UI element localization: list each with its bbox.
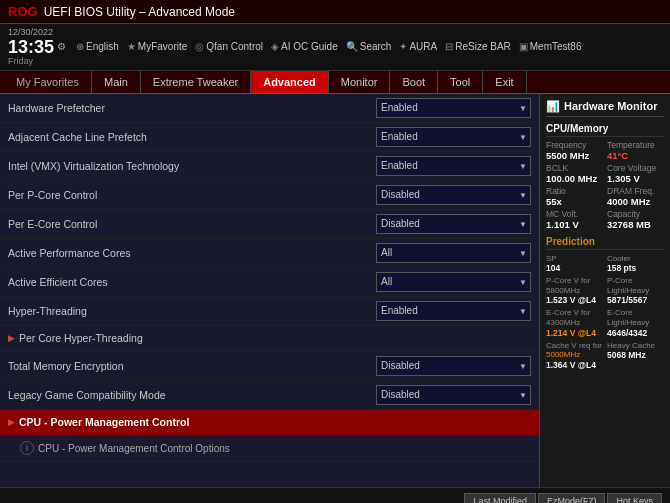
pred-pcore-v-label: P-Core V for 5800MHz <box>546 276 603 295</box>
setting-hardware-prefetcher[interactable]: Hardware Prefetcher EnabledDisabled <box>0 94 539 123</box>
setting-cpu-power-mgmt[interactable]: ▶ CPU - Power Management Control <box>0 410 539 436</box>
pred-cooler: Cooler 158 pts <box>607 254 664 274</box>
pred-cache-row: Cache V req for 5000MHz 1.364 V @L4 Heav… <box>546 341 664 370</box>
dropdown-total-mem-encrypt[interactable]: DisabledEnabled <box>376 356 531 376</box>
hw-ratio-label: Ratio <box>546 186 603 196</box>
prediction-section: Prediction SP 104 Cooler 158 pts P-Core … <box>546 236 664 370</box>
hot-keys-btn[interactable]: Hot Keys <box>607 493 662 503</box>
search-item[interactable]: 🔍 Search <box>346 41 392 52</box>
select-per-e-core[interactable]: DisabledEnabled <box>376 214 531 234</box>
aioc-label: AI OC Guide <box>281 41 338 52</box>
select-active-perf-cores[interactable]: All <box>376 243 531 263</box>
aura-item[interactable]: ✦ AURA <box>399 41 437 52</box>
pred-sp: SP 104 <box>546 254 603 274</box>
setting-legacy-game[interactable]: Legacy Game Compatibility Mode DisabledE… <box>0 381 539 410</box>
dropdown-active-eff-cores[interactable]: All <box>376 272 531 292</box>
dropdown-vmx[interactable]: EnabledDisabled <box>376 156 531 176</box>
language-label: English <box>86 41 119 52</box>
pred-sp-label: SP <box>546 254 603 264</box>
settings-icon[interactable]: ⚙ <box>57 41 66 53</box>
language-icon: ⊕ <box>76 41 84 52</box>
hw-monitor-icon: 📊 <box>546 100 560 113</box>
select-vmx[interactable]: EnabledDisabled <box>376 156 531 176</box>
select-per-p-core[interactable]: DisabledEnabled <box>376 185 531 205</box>
setting-cpu-power-mgmt-options[interactable]: i CPU - Power Management Control Options <box>0 436 539 462</box>
search-icon: 🔍 <box>346 41 358 52</box>
setting-active-perf-cores[interactable]: Active Performance Cores All <box>0 239 539 268</box>
pred-ecore-v-label: E-Core V for 4300MHz <box>546 308 603 327</box>
pred-cache-v-value: 1.364 V @L4 <box>546 360 603 370</box>
dropdown-per-p-core[interactable]: DisabledEnabled <box>376 185 531 205</box>
pred-sp-value: 104 <box>546 263 603 273</box>
memtest-item[interactable]: ▣ MemTest86 <box>519 41 582 52</box>
label-cpu-power-mgmt-options: CPU - Power Management Control Options <box>38 443 531 454</box>
hw-dram-freq: DRAM Freq. 4000 MHz <box>607 186 664 207</box>
hw-bclk-label: BCLK <box>546 163 603 173</box>
select-adjacent-cache[interactable]: EnabledDisabled <box>376 127 531 147</box>
hw-mc-volt: MC Volt. 1.101 V <box>546 209 603 230</box>
dropdown-legacy-game[interactable]: DisabledEnabled <box>376 385 531 405</box>
tab-monitor[interactable]: Monitor <box>329 71 391 93</box>
select-hyper-threading[interactable]: EnabledDisabled <box>376 301 531 321</box>
dropdown-hardware-prefetcher[interactable]: EnabledDisabled <box>376 98 531 118</box>
setting-total-mem-encrypt[interactable]: Total Memory Encryption DisabledEnabled <box>0 352 539 381</box>
last-modified-btn[interactable]: Last Modified <box>464 493 536 503</box>
hw-dram-freq-label: DRAM Freq. <box>607 186 664 196</box>
dropdown-hyper-threading[interactable]: EnabledDisabled <box>376 301 531 321</box>
setting-adjacent-cache[interactable]: Adjacent Cache Line Prefetch EnabledDisa… <box>0 123 539 152</box>
pred-heavy-cache-label: Heavy Cache <box>607 341 664 351</box>
aura-label: AURA <box>409 41 437 52</box>
tab-tool[interactable]: Tool <box>438 71 483 93</box>
setting-per-e-core[interactable]: Per E-Core Control DisabledEnabled <box>0 210 539 239</box>
setting-per-p-core[interactable]: Per P-Core Control DisabledEnabled <box>0 181 539 210</box>
qfan-label: Qfan Control <box>206 41 263 52</box>
pred-sp-cooler: SP 104 Cooler 158 pts <box>546 254 664 274</box>
hw-core-voltage: Core Voltage 1.305 V <box>607 163 664 184</box>
qfan-item[interactable]: ◎ Qfan Control <box>195 41 263 52</box>
hw-core-voltage-value: 1.305 V <box>607 173 664 184</box>
ai-icon: ◈ <box>271 41 279 52</box>
ez-mode-btn[interactable]: EzMode(F7) <box>538 493 606 503</box>
setting-per-core-ht[interactable]: ▶ Per Core Hyper-Threading <box>0 326 539 352</box>
content-area: Hardware Prefetcher EnabledDisabled Adja… <box>0 94 540 487</box>
setting-active-eff-cores[interactable]: Active Efficient Cores All <box>0 268 539 297</box>
hw-capacity-value: 32768 MB <box>607 219 664 230</box>
pred-pcore-lh: P-Core Light/Heavy 5871/5567 <box>607 276 664 305</box>
aura-icon: ✦ <box>399 41 407 52</box>
bios-title: UEFI BIOS Utility – Advanced Mode <box>44 5 235 19</box>
hw-bclk: BCLK 100.00 MHz <box>546 163 603 184</box>
pred-ecore-lh: E-Core Light/Heavy 4646/4342 <box>607 308 664 337</box>
hw-core-voltage-label: Core Voltage <box>607 163 664 173</box>
pred-pcore-lh-value: 5871/5567 <box>607 295 664 305</box>
tab-main[interactable]: Main <box>92 71 141 93</box>
label-cpu-power-mgmt: CPU - Power Management Control <box>19 416 531 428</box>
favorite-icon: ★ <box>127 41 136 52</box>
dropdown-adjacent-cache[interactable]: EnabledDisabled <box>376 127 531 147</box>
dropdown-active-perf-cores[interactable]: All <box>376 243 531 263</box>
resize-bar-item[interactable]: ⊟ ReSize BAR <box>445 41 511 52</box>
pred-ecore-v-value: 1.214 V @L4 <box>546 328 603 338</box>
search-label: Search <box>360 41 392 52</box>
language-item[interactable]: ⊕ English <box>76 41 119 52</box>
tab-extreme-tweaker[interactable]: Extreme Tweaker <box>141 71 251 93</box>
pred-ecore-row: E-Core V for 4300MHz 1.214 V @L4 E-Core … <box>546 308 664 337</box>
day-display: Friday <box>8 56 66 67</box>
select-hardware-prefetcher[interactable]: EnabledDisabled <box>376 98 531 118</box>
aioc-item[interactable]: ◈ AI OC Guide <box>271 41 338 52</box>
prediction-title: Prediction <box>546 236 664 250</box>
setting-hyper-threading[interactable]: Hyper-Threading EnabledDisabled <box>0 297 539 326</box>
nav-tabs: My Favorites Main Extreme Tweaker Advanc… <box>0 71 670 94</box>
hw-frequency: Frequency 5500 MHz <box>546 140 603 161</box>
dropdown-per-e-core[interactable]: DisabledEnabled <box>376 214 531 234</box>
select-active-eff-cores[interactable]: All <box>376 272 531 292</box>
hw-grid-cpu-memory: Frequency 5500 MHz Temperature 41°C BCLK… <box>546 140 664 230</box>
tab-my-favorites[interactable]: My Favorites <box>4 71 92 93</box>
select-total-mem-encrypt[interactable]: DisabledEnabled <box>376 356 531 376</box>
tab-exit[interactable]: Exit <box>483 71 526 93</box>
select-legacy-game[interactable]: DisabledEnabled <box>376 385 531 405</box>
myfavorite-item[interactable]: ★ MyFavorite <box>127 41 187 52</box>
tab-advanced[interactable]: Advanced <box>251 71 329 93</box>
resize-icon: ⊟ <box>445 41 453 52</box>
setting-vmx[interactable]: Intel (VMX) Virtualization Technology En… <box>0 152 539 181</box>
tab-boot[interactable]: Boot <box>390 71 438 93</box>
